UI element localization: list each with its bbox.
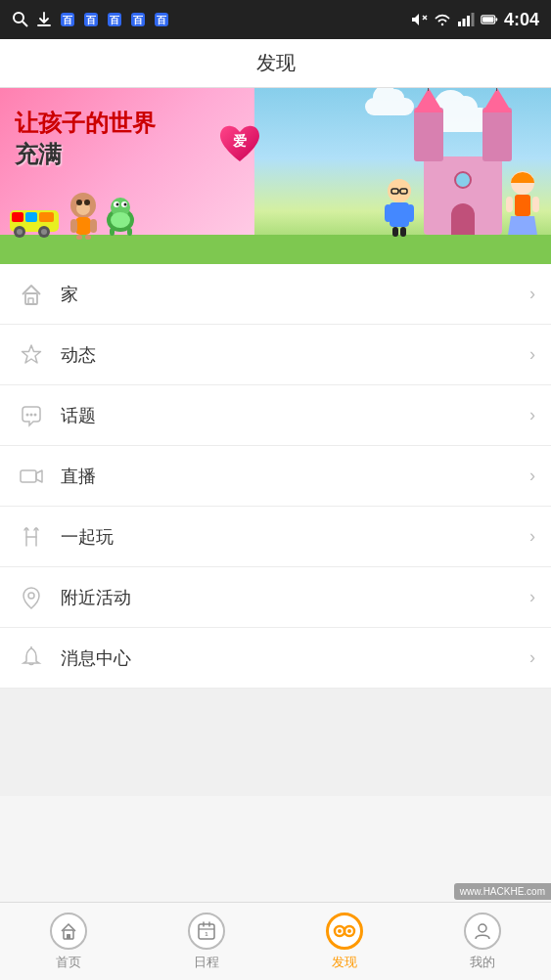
svg-rect-48 [110,228,115,236]
svg-point-76 [26,413,29,416]
download-icon [35,11,53,28]
tab-discover[interactable]: 发现 [276,903,414,980]
menu-item-dynamic[interactable]: 动态 › [0,325,551,385]
tower-flag-left [428,88,429,91]
menu-label-live: 直播 [61,465,529,488]
tab-bar: 首页 1 日程 发现 [0,902,551,980]
svg-text:百: 百 [63,15,73,25]
live-svg [19,464,44,489]
mute-icon [410,11,428,28]
heart-icon: 爱 [215,122,264,166]
menu-arrow-home: › [529,284,535,304]
status-bar: 百 百 百 百 百 [0,0,551,39]
tab-home[interactable]: 首页 [0,903,138,980]
menu-label-play: 一起玩 [61,525,529,549]
baidu-icon-3: 百 [106,11,123,28]
search-icon [12,11,29,28]
topic-icon [16,400,47,431]
banner-heart: 爱 [215,122,264,166]
menu-arrow-dynamic: › [529,344,535,365]
menu-arrow-topic: › [529,405,535,425]
svg-rect-49 [127,228,132,236]
castle-door [451,203,475,235]
turtle-char [104,191,138,240]
tab-schedule[interactable]: 1 日程 [138,903,276,980]
svg-rect-24 [25,212,37,222]
svg-point-93 [347,929,351,933]
svg-point-77 [30,413,33,416]
topic-svg [19,403,44,428]
svg-rect-25 [39,212,54,222]
menu-item-topic[interactable]: 话题 › [0,385,551,446]
svg-text:爱: 爱 [233,133,247,149]
svg-rect-79 [21,470,36,482]
toy-train [10,191,64,240]
svg-point-0 [14,13,23,22]
message-icon [16,643,47,674]
svg-point-35 [84,200,90,205]
tab-mine-icon [464,913,501,950]
tab-home-svg [59,921,78,941]
signal-icon [457,11,475,28]
svg-rect-20 [482,17,493,22]
svg-text:百: 百 [110,15,120,25]
svg-point-45 [116,203,119,206]
tab-discover-icon [326,913,363,950]
tab-schedule-icon: 1 [188,913,225,950]
svg-point-94 [479,924,486,932]
svg-point-34 [76,200,82,205]
banner-text: 让孩子的世界 充满 [15,108,156,169]
battery-icon [481,11,498,28]
svg-text:百: 百 [86,15,97,25]
menu-item-play[interactable]: 一起玩 › [0,507,551,567]
star-svg [19,342,44,368]
menu-item-live[interactable]: 直播 › [0,446,551,507]
play-icon [16,521,47,553]
svg-point-29 [41,229,47,235]
banner-text-line1: 让孩子的世界 [15,108,156,139]
menu-label-nearby: 附近活动 [61,586,529,609]
svg-rect-38 [90,219,97,233]
svg-point-46 [124,203,127,206]
gray-spacer [0,689,551,796]
tab-schedule-label: 日程 [194,954,219,971]
menu-label-dynamic: 动态 [61,343,529,367]
tab-discover-svg [332,920,357,942]
tower-right [482,108,512,161]
svg-rect-37 [70,219,77,233]
svg-rect-84 [67,934,70,939]
tower-left [414,108,443,161]
dynamic-icon [16,339,47,371]
nearby-icon [16,582,47,613]
baidu-icon-4: 百 [129,11,147,28]
castle-window [454,171,472,189]
menu-item-home[interactable]: 家 › [0,264,551,325]
menu-label-topic: 话题 [61,404,529,427]
svg-point-92 [338,929,342,933]
watermark: www.HACKHE.com [454,883,551,900]
svg-marker-80 [36,470,42,482]
menu-list: 家 › 动态 › 话题 › [0,264,551,689]
tab-mine[interactable]: 我的 [413,903,551,980]
tab-home-label: 首页 [56,954,81,971]
menu-item-message[interactable]: 消息中心 › [0,628,551,689]
page-title: 发现 [256,50,296,76]
title-bar: 发现 [0,39,551,88]
svg-text:百: 百 [133,15,144,25]
castle-body [424,156,502,235]
baidu-icon-5: 百 [153,11,170,28]
banner-castle [404,108,522,235]
svg-text:1: 1 [205,931,208,937]
tower-flag-right [496,88,497,91]
menu-arrow-message: › [529,647,535,668]
banner-text-line2: 充满 [15,139,156,170]
status-icons-left: 百 百 百 百 百 [12,11,170,28]
svg-rect-14 [458,22,461,26]
baidu-icon-1: 百 [59,11,76,28]
wifi-icon [434,11,451,28]
menu-item-nearby[interactable]: 附近活动 › [0,567,551,628]
menu-label-message: 消息中心 [61,646,529,670]
svg-rect-39 [76,235,82,240]
location-svg [19,585,44,610]
svg-point-81 [28,593,34,599]
